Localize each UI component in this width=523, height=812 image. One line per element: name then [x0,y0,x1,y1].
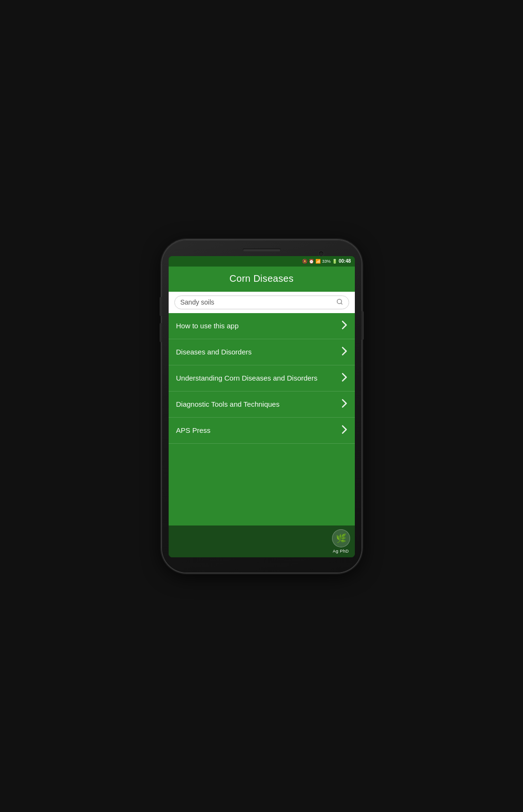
phone-screen: 🔕 ⏰ 📶 33% 🔋 00:48 Corn Diseases [169,256,355,557]
chevron-right-icon [342,399,347,410]
menu-list: How to use this app Diseases and Disorde… [169,313,355,525]
menu-item-diagnostic[interactable]: Diagnostic Tools and Techniques [169,392,355,418]
front-camera [319,251,323,256]
menu-item-label: APS Press [176,426,342,435]
volume-down-button[interactable] [160,323,162,342]
menu-item-diseases-disorders[interactable]: Diseases and Disorders [169,339,355,365]
search-area [169,292,355,313]
menu-item-label: Understanding Corn Diseases and Disorder… [176,373,342,383]
battery-icon: 🔋 [332,259,337,264]
logo-text: Ag PhD [333,549,349,554]
svg-line-1 [341,303,342,304]
app-title: Corn Diseases [229,273,294,284]
battery-text: 33% [322,259,331,264]
status-time: 00:48 [339,258,351,264]
bottom-area: 🌿 Ag PhD [169,525,355,557]
speaker-grill [243,248,281,251]
app-header: Corn Diseases [169,267,355,292]
notification-icon: 🔕 [302,259,307,264]
menu-item-label: How to use this app [176,321,342,331]
empty-space [169,444,355,525]
search-icon [336,298,343,306]
ag-phd-logo[interactable]: 🌿 Ag PhD [332,529,350,554]
status-icons: 🔕 ⏰ 📶 33% 🔋 00:48 [302,258,351,264]
leaf-icon: 🌿 [336,533,346,544]
logo-circle: 🌿 [332,529,350,547]
menu-item-understanding[interactable]: Understanding Corn Diseases and Disorder… [169,365,355,392]
status-bar: 🔕 ⏰ 📶 33% 🔋 00:48 [169,256,355,267]
alarm-icon: ⏰ [309,259,314,264]
signal-icon: 📶 [315,259,321,264]
volume-up-button[interactable] [160,297,162,316]
menu-item-how-to-use[interactable]: How to use this app [169,313,355,339]
search-input[interactable] [181,298,333,306]
menu-item-label: Diseases and Disorders [176,347,342,357]
power-button[interactable] [361,311,364,340]
chevron-right-icon [342,347,347,357]
search-input-wrapper[interactable] [174,296,349,309]
chevron-right-icon [342,425,347,436]
chevron-right-icon [342,373,347,383]
menu-item-aps-press[interactable]: APS Press [169,418,355,444]
menu-item-label: Diagnostic Tools and Techniques [176,400,342,409]
chevron-right-icon [342,321,347,331]
phone-device: 🔕 ⏰ 📶 33% 🔋 00:48 Corn Diseases [162,240,361,573]
